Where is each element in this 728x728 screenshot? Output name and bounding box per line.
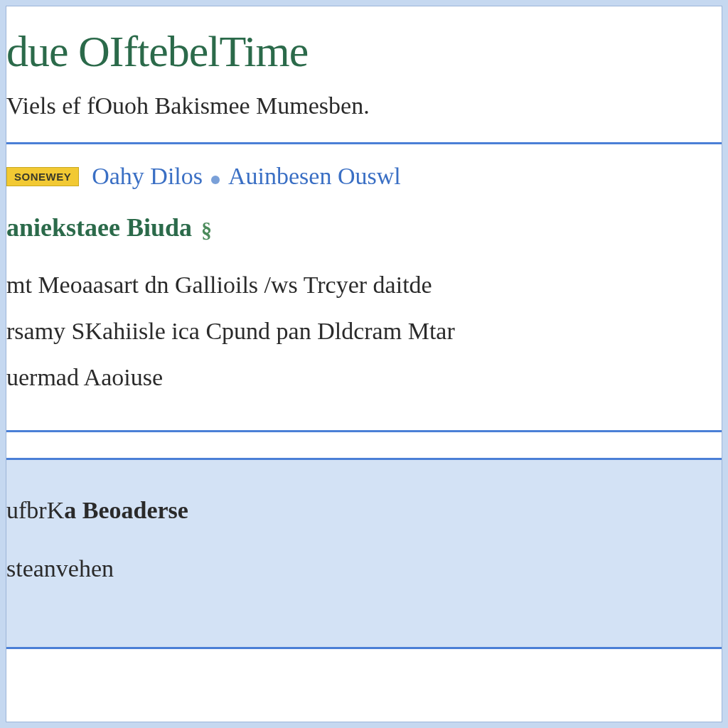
- svg-point-0: [211, 176, 220, 184]
- header-block: due OIftebelTime Viels ef fOuoh Bakismee…: [6, 6, 722, 132]
- footer-panel: ufbrKa Beoaderse steanvehen: [6, 458, 722, 649]
- section-subheading: aniekstaee Biuda §: [6, 213, 722, 242]
- badge-link-row: SONEWEY Oahy Dilos Auinbesen Ouswl: [6, 163, 722, 190]
- page-title: due OIftebelTime: [6, 26, 722, 77]
- footer-line-1: ufbrKa Beoaderse: [6, 481, 722, 540]
- link-secondary[interactable]: Auinbesen Ouswl: [228, 163, 401, 189]
- footer-prefix: ufbrK: [6, 497, 64, 523]
- footer-line-2: steanvehen: [6, 540, 722, 598]
- section-symbol-icon: §: [201, 218, 212, 242]
- main-section: SONEWEY Oahy Dilos Auinbesen Ouswl aniek…: [6, 144, 722, 413]
- document-page: due OIftebelTime Viels ef fOuoh Bakismee…: [6, 6, 722, 722]
- body-text-block: mt Meoaasart dn Gallioils /ws Trcyer dai…: [6, 262, 722, 400]
- highlight-badge: SONEWEY: [6, 167, 79, 186]
- link-primary[interactable]: Oahy Dilos: [92, 163, 203, 189]
- body-line: rsamy SKahiisle ica Cpund pan Dldcram Mt…: [6, 309, 722, 355]
- dot-icon: [208, 173, 223, 190]
- footer-bold: a Beoaderse: [64, 497, 188, 523]
- divider-bottom: [6, 430, 722, 432]
- body-line: mt Meoaasart dn Gallioils /ws Trcyer dai…: [6, 262, 722, 309]
- subheading-text: aniekstaee Biuda: [6, 213, 192, 242]
- body-line: uermad Aaoiuse: [6, 355, 722, 401]
- link-group: Oahy Dilos Auinbesen Ouswl: [92, 163, 401, 190]
- page-subtitle: Viels ef fOuoh Bakismee Mumesben.: [6, 92, 722, 119]
